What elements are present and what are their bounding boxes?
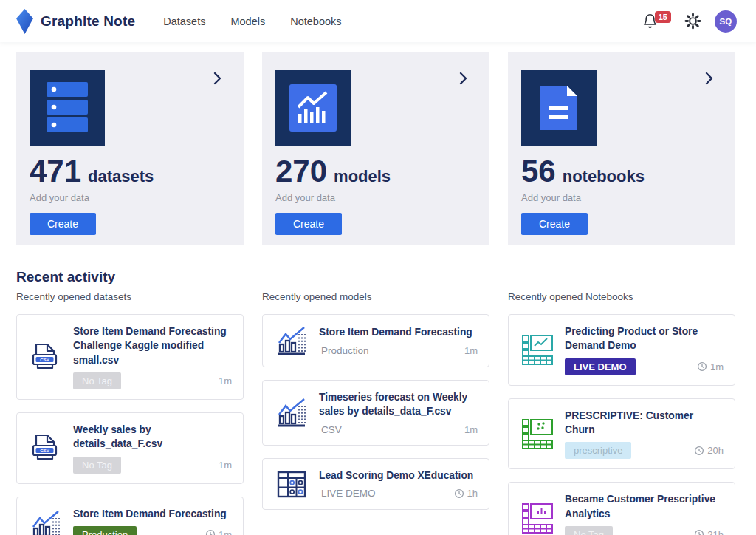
- item-title: Store Item Demand Forecasting Challenge …: [73, 324, 232, 367]
- stat-card-models: 270 models Add your data Create: [262, 52, 489, 245]
- notebooks-subtitle: Add your data: [521, 192, 721, 203]
- notebooks-tile: [521, 70, 597, 146]
- nav-link-datasets[interactable]: Datasets: [163, 16, 205, 27]
- brand[interactable]: Graphite Note: [16, 9, 135, 34]
- item-subtitle: CSV: [319, 424, 342, 435]
- notebook-item[interactable]: Became Customer Prescriptive Analytics N…: [508, 482, 735, 535]
- notebook-item[interactable]: PRESCRIPTIVE: Customer Churn prescriptiv…: [508, 398, 735, 470]
- notebook-item[interactable]: Predicting Product or Store Demand Demo …: [508, 314, 735, 386]
- recent-notebooks-header: Recently opened Notebooks: [508, 291, 735, 302]
- item-time: 1m: [219, 460, 232, 471]
- recent-notebooks-column: Recently opened Notebooks Predicting Pro…: [508, 291, 735, 535]
- notebooks-label: notebooks: [563, 167, 645, 186]
- models-count: 270: [275, 156, 327, 187]
- create-dataset-button[interactable]: Create: [30, 213, 96, 235]
- dataset-item[interactable]: CSV Weekly sales by details_data_F.csv N…: [16, 412, 244, 484]
- item-title: Timeseries forecast on Weekly sales by d…: [319, 390, 478, 419]
- item-title: Predicting Product or Store Demand Demo: [565, 324, 724, 353]
- item-subtitle: LIVE DEMO: [319, 488, 376, 499]
- tag-badge: prescriptive: [565, 442, 631, 459]
- item-title: Lead Scoring Demo XEducation: [319, 468, 478, 483]
- item-time: 1h: [454, 488, 478, 499]
- datasets-count: 471: [30, 156, 81, 187]
- item-time: 1m: [219, 375, 232, 386]
- recent-models-column: Recently opened models St: [262, 291, 489, 535]
- recent-datasets-header: Recently opened datasets: [16, 291, 244, 302]
- clock-icon: [694, 446, 704, 456]
- item-title: Store Item Demand Forecasting: [73, 507, 232, 521]
- item-title: Became Customer Prescriptive Analytics: [565, 492, 724, 521]
- recent-models-header: Recently opened models: [262, 291, 489, 302]
- tag-badge: No Tag: [565, 526, 613, 535]
- item-time: 1m: [464, 424, 478, 435]
- gear-icon: [684, 13, 701, 30]
- create-model-button[interactable]: Create: [275, 213, 342, 235]
- models-subtitle: Add your data: [275, 192, 475, 203]
- model-chart-icon: [28, 508, 63, 535]
- stat-card-datasets: 471 datasets Add your data Create: [16, 52, 244, 245]
- model-chart-icon: [274, 324, 309, 357]
- notebooks-count: 56: [521, 156, 556, 187]
- item-title: Weekly sales by details_data_F.csv: [73, 423, 232, 451]
- dataset-item[interactable]: CSV Store Item Demand Forecasting Challe…: [16, 314, 244, 400]
- item-time: 21h: [694, 529, 724, 535]
- item-time: 1m: [205, 529, 232, 535]
- notebook-chart-teal-icon: [520, 333, 555, 366]
- item-time: 1m: [697, 361, 724, 372]
- dataset-item[interactable]: Store Item Demand Forecasting Production…: [16, 497, 244, 535]
- item-title: Store Item Demand Forecasting: [319, 325, 478, 339]
- notebook-chart-purple-icon: [520, 502, 555, 534]
- csv-file-icon: CSV: [28, 432, 63, 464]
- model-item[interactable]: Timeseries forecast on Weekly sales by d…: [262, 380, 489, 446]
- item-time: 20h: [694, 445, 724, 456]
- tag-badge: No Tag: [73, 457, 121, 474]
- item-time: 1m: [464, 345, 478, 356]
- tag-badge: Production: [73, 526, 137, 535]
- item-subtitle: Production: [319, 345, 369, 356]
- clock-icon: [694, 529, 704, 535]
- tag-badge: No Tag: [73, 372, 121, 389]
- navbar-actions: 15 SQ: [642, 10, 737, 33]
- csv-file-icon: CSV: [28, 341, 63, 373]
- bar-chart-trend-icon: [289, 84, 337, 132]
- brand-logo-diamond-icon: [16, 9, 33, 34]
- recent-activity-title: Recent activity: [16, 269, 735, 285]
- create-notebook-button[interactable]: Create: [521, 213, 588, 235]
- chevron-right-icon[interactable]: [700, 69, 718, 90]
- chevron-right-icon[interactable]: [454, 69, 472, 90]
- model-item[interactable]: Store Item Demand Forecasting Production…: [262, 314, 489, 367]
- model-chart-icon: [274, 396, 309, 429]
- datasets-tile: [30, 70, 105, 146]
- models-label: models: [334, 167, 391, 186]
- clock-icon: [697, 361, 707, 372]
- notifications-button[interactable]: 15: [642, 13, 671, 30]
- svg-text:CSV: CSV: [40, 357, 50, 362]
- stat-card-notebooks: 56 notebooks Add your data Create: [508, 52, 735, 245]
- settings-button[interactable]: [684, 13, 701, 30]
- svg-text:CSV: CSV: [40, 448, 50, 453]
- recent-datasets-column: Recently opened datasets CSV Store Item …: [16, 291, 244, 535]
- document-icon: [538, 84, 580, 132]
- top-navbar: Graphite Note Datasets Models Notebooks …: [0, 0, 756, 42]
- main-nav: Datasets Models Notebooks: [163, 16, 341, 27]
- tag-badge: LIVE DEMO: [565, 358, 636, 375]
- nav-link-notebooks[interactable]: Notebooks: [290, 16, 341, 27]
- datasets-label: datasets: [88, 167, 154, 186]
- brand-name: Graphite Note: [41, 13, 135, 30]
- chevron-right-icon[interactable]: [208, 69, 226, 90]
- stat-cards-row: 471 datasets Add your data Create: [16, 52, 735, 245]
- datasets-subtitle: Add your data: [30, 192, 229, 203]
- grid-table-icon: [274, 468, 309, 500]
- notification-count-badge: 15: [655, 11, 671, 23]
- item-title: PRESCRIPTIVE: Customer Churn: [565, 409, 724, 437]
- notebook-chart-green-icon: [520, 418, 555, 450]
- models-tile: [275, 70, 351, 146]
- user-avatar[interactable]: SQ: [715, 10, 737, 33]
- nav-link-models[interactable]: Models: [230, 16, 265, 27]
- clock-icon: [205, 529, 216, 535]
- database-stack-icon: [46, 81, 89, 134]
- clock-icon: [454, 488, 464, 499]
- model-item[interactable]: Lead Scoring Demo XEducation LIVE DEMO 1…: [262, 458, 489, 510]
